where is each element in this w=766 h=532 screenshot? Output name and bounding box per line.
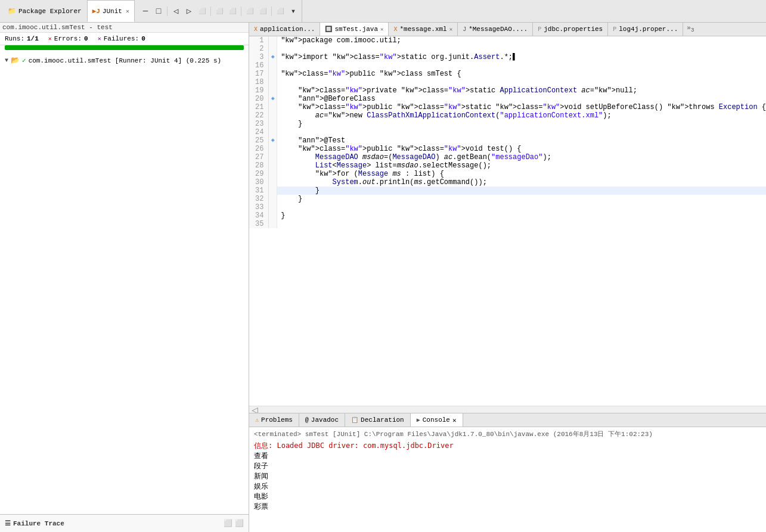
line-content bbox=[277, 78, 766, 86]
line-gutter bbox=[269, 220, 277, 228]
package-explorer-icon: 📁 bbox=[8, 7, 16, 15]
toolbar-minimize[interactable]: ─ bbox=[139, 5, 151, 17]
test-tree[interactable]: ▼ 📂 ✓ com.imooc.util.smTest [Runner: JUn… bbox=[0, 52, 249, 286]
failure-trace-btn2[interactable]: ⬜ bbox=[235, 519, 244, 528]
line-number: 25 bbox=[249, 136, 269, 145]
tab-javadoc[interactable]: @ Javadoc bbox=[299, 413, 345, 427]
app-xml-icon: X bbox=[254, 26, 258, 33]
declaration-icon: 📋 bbox=[351, 416, 358, 424]
console-line: 娱乐 bbox=[254, 481, 761, 491]
test-folder-icon: 📂 bbox=[11, 56, 20, 65]
horizontal-scrollbar[interactable]: ◁ bbox=[249, 406, 766, 413]
main-area: com.imooc.util.smTest - test Runs: 1/1 ✕… bbox=[0, 23, 766, 532]
tab-overflow[interactable]: »3 bbox=[683, 23, 697, 35]
toolbar-view-menu[interactable]: ▾ bbox=[287, 5, 299, 17]
console-line: 新闻 bbox=[254, 471, 761, 481]
tab-smtest-close[interactable]: ✕ bbox=[380, 26, 383, 33]
toolbar-history[interactable]: ⬜ bbox=[274, 5, 286, 17]
tab-message-xml-label: *message.xml bbox=[400, 26, 447, 33]
line-gutter bbox=[269, 128, 277, 136]
bottom-tabs: ⚠ Problems @ Javadoc 📋 Declaration ▶ Con… bbox=[249, 413, 766, 427]
line-content bbox=[277, 61, 766, 70]
line-gutter bbox=[269, 195, 277, 203]
log4j-icon: P bbox=[613, 26, 616, 33]
tab-problems[interactable]: ⚠ Problems bbox=[249, 413, 299, 427]
toolbar-maximize[interactable]: □ bbox=[153, 5, 165, 17]
line-content: "kw">class="kw">public "kw">class smTest… bbox=[277, 70, 766, 78]
toolbar-back[interactable]: ◁ bbox=[170, 5, 182, 17]
problems-icon: ⚠ bbox=[255, 416, 259, 424]
tab-console[interactable]: ▶ Console ✕ bbox=[411, 413, 463, 427]
spacer bbox=[0, 286, 249, 515]
tab-messagedao[interactable]: J *MessageDAO.... bbox=[458, 23, 533, 36]
console-line: 查看 bbox=[254, 451, 761, 461]
line-number: 17 bbox=[249, 70, 269, 78]
errors-value: 0 bbox=[84, 35, 88, 42]
line-content: "kw">for (Message ms : list) { bbox=[277, 170, 766, 178]
line-gutter bbox=[269, 36, 277, 45]
tab-smtest[interactable]: 🔲 smTest.java ✕ bbox=[320, 23, 389, 36]
line-content: "kw">class="kw">private "kw">class="kw">… bbox=[277, 86, 766, 95]
tab-application[interactable]: X application... bbox=[249, 23, 320, 36]
line-number: 1 bbox=[249, 36, 269, 45]
left-toolbar: ─ □ ◁ ▷ ⬜ ⬜ ⬜ ⬜ ⬜ ⬜ ▾ bbox=[137, 5, 302, 17]
line-number: 16 bbox=[249, 61, 269, 70]
console-line: 段子 bbox=[254, 461, 761, 471]
toolbar-rerun-fail[interactable]: ⬜ bbox=[227, 5, 238, 17]
tab-message-xml-close[interactable]: ✕ bbox=[449, 26, 452, 33]
toolbar-layout2[interactable]: ⬜ bbox=[257, 5, 269, 17]
left-panel: com.imooc.util.smTest - test Runs: 1/1 ✕… bbox=[0, 23, 249, 532]
list-item[interactable]: ▼ 📂 ✓ com.imooc.util.smTest [Runner: JUn… bbox=[0, 55, 249, 66]
line-content bbox=[277, 45, 766, 53]
tab-package-explorer[interactable]: 📁 Package Explorer bbox=[2, 0, 87, 22]
line-content: } bbox=[277, 120, 766, 128]
code-table: 1"kw">package com.imooc.util;2 3◈"kw">im… bbox=[249, 36, 766, 228]
errors-stat: ✕ Errors: 0 bbox=[48, 35, 88, 42]
line-number: 32 bbox=[249, 195, 269, 203]
breadcrumb: com.imooc.util.smTest - test bbox=[0, 23, 249, 33]
tab-log4j-label: log4j.proper... bbox=[619, 26, 678, 33]
toolbar-stop[interactable]: ⬜ bbox=[196, 5, 208, 17]
jdbc-icon: P bbox=[538, 26, 541, 33]
console-icon: ▶ bbox=[417, 416, 420, 424]
junit-stats: Runs: 1/1 ✕ Errors: 0 ✕ Failures: 0 bbox=[0, 33, 249, 45]
toolbar-forward[interactable]: ▷ bbox=[183, 5, 195, 17]
failure-trace-title: ☰ Failure Trace bbox=[5, 519, 64, 527]
tab-message-xml[interactable]: X *message.xml ✕ bbox=[389, 23, 458, 36]
toolbar-layout1[interactable]: ⬜ bbox=[244, 5, 256, 17]
tab-junit[interactable]: ▶J JUnit ✕ bbox=[87, 0, 135, 22]
javadoc-icon: @ bbox=[305, 417, 309, 424]
code-area[interactable]: 1"kw">package com.imooc.util;2 3◈"kw">im… bbox=[249, 36, 766, 406]
toolbar-sep2 bbox=[210, 7, 211, 16]
bottom-panel: ⚠ Problems @ Javadoc 📋 Declaration ▶ Con… bbox=[249, 413, 766, 532]
tab-junit-close[interactable]: ✕ bbox=[126, 8, 129, 15]
line-gutter bbox=[269, 211, 277, 220]
line-number: 21 bbox=[249, 103, 269, 111]
failure-trace-label: Failure Trace bbox=[13, 520, 64, 527]
runs-label: Runs: bbox=[5, 35, 24, 42]
line-number: 28 bbox=[249, 161, 269, 170]
tab-jdbc[interactable]: P jdbc.properties bbox=[533, 23, 608, 36]
line-gutter bbox=[269, 45, 277, 53]
toolbar-rerun[interactable]: ⬜ bbox=[213, 5, 225, 17]
failures-stat: ✕ Failures: 0 bbox=[98, 35, 145, 42]
line-gutter bbox=[269, 120, 277, 128]
line-content: List<Message> list=msdao.selectMessage()… bbox=[277, 161, 766, 170]
tab-console-close[interactable]: ✕ bbox=[452, 416, 457, 424]
top-bar: 📁 Package Explorer ▶J JUnit ✕ ─ □ ◁ ▷ ⬜ … bbox=[0, 0, 766, 23]
tab-junit-label: JUnit bbox=[103, 8, 122, 15]
failure-trace-btn1[interactable]: ⬜ bbox=[224, 519, 232, 528]
line-gutter bbox=[269, 178, 277, 186]
line-content: "kw">package com.imooc.util; bbox=[277, 36, 766, 45]
tab-messagedao-label: *MessageDAO.... bbox=[469, 26, 528, 33]
error-icon: ✕ bbox=[48, 35, 52, 42]
tab-declaration-label: Declaration bbox=[361, 416, 404, 424]
tab-log4j[interactable]: P log4j.proper... bbox=[608, 23, 683, 36]
tab-package-explorer-label: Package Explorer bbox=[18, 8, 82, 15]
line-content bbox=[277, 128, 766, 136]
progress-bar-container bbox=[5, 45, 244, 50]
line-number: 33 bbox=[249, 203, 269, 211]
tab-declaration[interactable]: 📋 Declaration bbox=[345, 413, 411, 427]
line-number: 26 bbox=[249, 145, 269, 153]
line-number: 18 bbox=[249, 78, 269, 86]
